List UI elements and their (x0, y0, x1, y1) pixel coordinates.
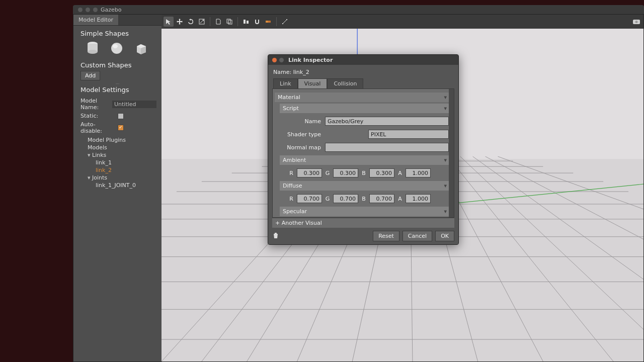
toolbar-separator (237, 17, 238, 26)
reset-button[interactable]: Reset (373, 231, 399, 241)
inspector-titlebar[interactable]: Link Inspector (268, 55, 458, 65)
diffuse-rgba-row: R G B A (275, 192, 450, 205)
inspector-name-label: Name: (273, 69, 291, 75)
group-specular[interactable]: Specular ▾ (280, 207, 450, 216)
inspector-scroll-area[interactable]: Material ▾ Script ▾ Name Shader type Nor… (272, 88, 454, 218)
cancel-button[interactable]: Cancel (403, 231, 432, 241)
toolbar-separator (276, 17, 277, 26)
scale-tool-button[interactable] (197, 17, 207, 27)
add-custom-shape-button[interactable]: Add (80, 71, 100, 80)
shape-box-button[interactable] (133, 40, 149, 56)
diffuse-b-input[interactable] (369, 194, 394, 203)
custom-shapes-header: Custom Shapes (73, 59, 162, 72)
auto-disable-label: Auto-disable: (80, 121, 115, 134)
script-name-input[interactable] (325, 117, 449, 126)
svg-marker-8 (166, 19, 171, 25)
arrow-icon (165, 18, 172, 25)
chevron-down-icon: ▾ (444, 208, 447, 215)
auto-disable-checkbox[interactable] (118, 125, 124, 131)
tree-link-1[interactable]: link_1 (80, 159, 158, 166)
trash-icon[interactable] (272, 232, 279, 240)
group-material[interactable]: Material ▾ (275, 93, 450, 102)
ok-button[interactable]: OK (435, 231, 454, 241)
script-name-label: Name (282, 118, 321, 125)
move-tool-button[interactable] (175, 17, 185, 27)
svg-rect-14 (247, 21, 249, 24)
static-label: Static: (80, 113, 115, 119)
chevron-down-icon: ▾ (444, 105, 447, 112)
tab-collision[interactable]: Collision (327, 78, 363, 88)
snap-button[interactable] (252, 17, 262, 27)
sphere-icon (110, 42, 123, 55)
measure-icon (281, 18, 288, 25)
tab-visual[interactable]: Visual (298, 78, 328, 88)
ambient-b-input[interactable] (369, 168, 394, 177)
svg-point-2 (88, 50, 98, 54)
tree-link-2[interactable]: link_2 (80, 166, 158, 174)
model-name-label: Model Name: (80, 98, 109, 111)
ruler-button[interactable] (280, 17, 290, 27)
link-inspector-dialog[interactable]: Link Inspector Name: link_2 Link Visual … (268, 54, 459, 245)
sidepanel-tabs: Model Editor (73, 15, 162, 26)
tab-link[interactable]: Link (273, 78, 298, 88)
scale-icon (198, 18, 205, 25)
ambient-r-input[interactable] (297, 168, 322, 177)
svg-rect-16 (268, 21, 271, 23)
normal-map-label: Normal map (282, 144, 321, 151)
side-panel: Model Editor Simple Shapes (73, 15, 162, 361)
scene-tree: Model Plugins Models Links link_1 link_2… (73, 135, 162, 192)
diffuse-r-input[interactable] (297, 194, 322, 203)
dialog-close-icon[interactable] (272, 58, 277, 62)
svg-point-3 (111, 43, 122, 54)
chevron-down-icon: ▾ (444, 157, 447, 163)
add-another-visual-button[interactable]: + Another Visual (272, 218, 454, 228)
dialog-min-icon[interactable] (279, 58, 284, 62)
copy-icon (226, 18, 233, 25)
simple-shapes-row (73, 40, 162, 59)
tree-links[interactable]: Links (80, 151, 158, 159)
cylinder-icon (86, 41, 99, 55)
camera-icon (632, 18, 640, 25)
window-title: Gazebo (101, 7, 122, 13)
main-toolbar (162, 15, 643, 29)
shader-type-label: Shader type (282, 131, 321, 138)
chevron-down-icon: ▾ (444, 94, 447, 101)
inspector-title: Link Inspector (288, 57, 333, 63)
shape-cylinder-button[interactable] (85, 40, 101, 56)
align-button[interactable] (241, 17, 251, 27)
tree-model-plugins[interactable]: Model Plugins (80, 136, 158, 144)
arrow-tool-button[interactable] (164, 17, 174, 27)
group-script[interactable]: Script ▾ (280, 104, 450, 113)
tree-joint-0[interactable]: link_1_JOINT_0 (80, 182, 158, 189)
chevron-down-icon: ▾ (444, 183, 447, 189)
diffuse-a-input[interactable] (406, 194, 431, 203)
ambient-rgba-row: R G B A (275, 166, 450, 179)
tab-model-editor[interactable]: Model Editor (73, 15, 119, 25)
copy-button[interactable] (224, 17, 234, 27)
static-checkbox[interactable] (118, 113, 124, 119)
svg-point-17 (282, 23, 283, 24)
joint-button[interactable] (263, 17, 273, 27)
tree-joints[interactable]: Joints (80, 174, 158, 182)
window-max-dot[interactable] (93, 8, 98, 12)
diffuse-g-input[interactable] (333, 194, 358, 203)
camera-button[interactable] (631, 17, 641, 27)
group-diffuse[interactable]: Diffuse ▾ (280, 181, 450, 191)
normal-map-input[interactable] (325, 143, 449, 152)
shape-sphere-button[interactable] (109, 40, 125, 56)
undo-button[interactable] (213, 17, 223, 27)
rotate-tool-button[interactable] (186, 17, 196, 27)
group-ambient[interactable]: Ambient ▾ (280, 155, 450, 165)
model-name-input[interactable] (112, 101, 156, 108)
ambient-a-input[interactable] (406, 168, 431, 177)
window-close-dot[interactable] (78, 8, 83, 12)
rotate-icon (187, 18, 194, 25)
align-icon (243, 18, 250, 25)
tree-models[interactable]: Models (80, 144, 158, 151)
svg-rect-13 (244, 20, 246, 24)
ambient-g-input[interactable] (333, 168, 358, 177)
window-titlebar[interactable]: Gazebo (73, 5, 644, 14)
shader-type-input[interactable] (368, 130, 449, 139)
box-icon (134, 41, 148, 55)
window-min-dot[interactable] (86, 8, 90, 12)
